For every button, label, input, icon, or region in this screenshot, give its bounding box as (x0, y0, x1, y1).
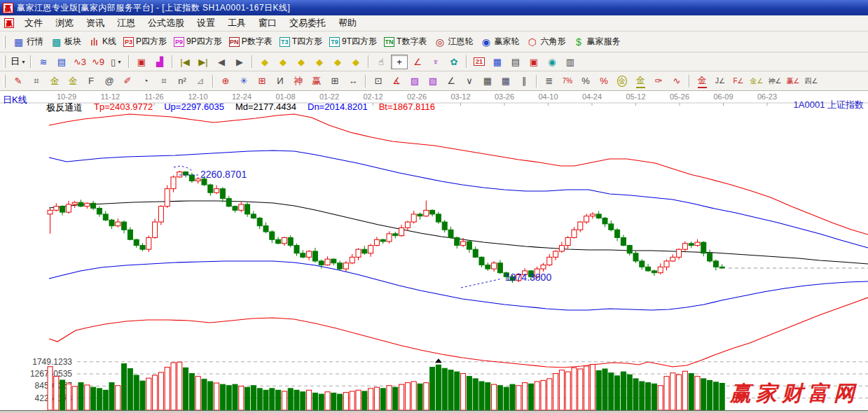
tool-next-bar[interactable]: ▶ (231, 55, 248, 69)
tool-angle-measure[interactable]: ∠ (409, 55, 426, 69)
tool-period-day[interactable]: 日▼ (10, 55, 27, 69)
menu-交易委托[interactable]: 交易委托 (283, 15, 332, 31)
tool-gann-tool-purple[interactable]: ♆ (427, 55, 444, 69)
tool-gold-line[interactable]: 金 (632, 74, 649, 88)
tool-info-card[interactable]: ▤ (53, 55, 70, 69)
tool-box-measure[interactable]: ⊡ (370, 74, 387, 88)
tool-calendar-21[interactable]: 21 (471, 55, 488, 69)
tool-j-angle[interactable]: J∠ (712, 74, 729, 88)
toolbar-grip[interactable] (4, 36, 6, 48)
toolbar-grip[interactable] (4, 75, 6, 88)
tool-diamond-arrow-plus[interactable]: ◆ (347, 55, 364, 69)
menu-公式选股[interactable]: 公式选股 (142, 15, 191, 31)
tool-k-mark[interactable]: И (272, 74, 289, 88)
tool-p-square[interactable]: P3P四方形 (120, 34, 170, 49)
tool-pan-hand[interactable]: ☝ (373, 55, 390, 69)
tool-save-disk[interactable]: ▣ (525, 55, 542, 69)
tool-gold-angle[interactable]: 金∠ (748, 74, 765, 88)
tool-last-bar[interactable]: ▶| (195, 55, 212, 69)
tool-fan-box-2[interactable]: ▧ (425, 74, 441, 88)
tool-candle-style[interactable]: ▯▼ (108, 55, 125, 69)
tool-time-cycle[interactable]: ◔ (137, 74, 154, 88)
toolbar-grip[interactable] (4, 55, 6, 68)
toolbar-separator (30, 55, 32, 68)
tool-sectors[interactable]: ▩板块 (47, 34, 85, 49)
menu-文件[interactable]: 文件 (18, 15, 49, 31)
tool-draw-knife[interactable]: ✐ (119, 74, 136, 88)
tool-web-data[interactable]: ◉ (544, 55, 560, 69)
menu-资讯[interactable]: 资讯 (80, 15, 111, 31)
tool-f-grid[interactable]: F (83, 74, 99, 88)
tool-gold-grid[interactable]: 金 (46, 74, 63, 88)
tool-grid-arrow[interactable]: ▦ (497, 74, 514, 88)
tool-zoom-chart[interactable]: ≋ (35, 55, 52, 69)
tool-dot-grid[interactable]: ⊞ (254, 74, 270, 88)
tool-quotes[interactable]: ▦行情 (9, 34, 47, 49)
tool-crosshair[interactable]: + (391, 55, 408, 69)
tool-v-wave[interactable]: ∨ (461, 74, 478, 88)
main-chart[interactable]: 10-2911-1211-2612-1012-2401-0801-2202-12… (0, 91, 868, 413)
tool-f-angle[interactable]: F∠ (730, 74, 747, 88)
tool-pattern-map[interactable]: ▣ (133, 55, 150, 69)
tool-protractor[interactable]: ⊿ (192, 74, 209, 88)
tool-win-angle[interactable]: 赢∠ (785, 74, 801, 88)
tool-notes[interactable]: ▤ (507, 55, 524, 69)
tool-target-crosshair[interactable]: ⊕ (217, 74, 234, 88)
tool-shen-angle[interactable]: 神∠ (766, 74, 783, 88)
tool-si-angle[interactable]: 四∠ (803, 74, 820, 88)
tool-percent-line[interactable]: 7% (559, 74, 576, 88)
tool-fan-lines-red[interactable]: ∡ (388, 74, 405, 88)
tool-star-burst[interactable]: ✳ (235, 74, 252, 88)
menu-窗口[interactable]: 窗口 (252, 15, 283, 31)
tool-winner-wheel[interactable]: ◉赢家轮 (476, 34, 523, 49)
tool-print[interactable]: ▥ (562, 55, 579, 69)
tool-p-number-table[interactable]: PNP数字表 (226, 34, 276, 49)
tool-first-bar[interactable]: |◀ (177, 55, 193, 69)
tool-percent-red[interactable]: % (595, 74, 612, 88)
tool-9t-square[interactable]: T99T四方形 (326, 34, 380, 49)
tool-prev-bar[interactable]: ◀ (213, 55, 230, 69)
tool-n-square[interactable]: n² (174, 74, 191, 88)
menu-江恩[interactable]: 江恩 (111, 15, 142, 31)
tool-gold-circle[interactable]: 金 (614, 74, 631, 88)
tool-t-square[interactable]: T3T四方形 (276, 34, 326, 49)
tool-9p-square[interactable]: P99P四方形 (170, 34, 226, 49)
tool-grid-ruler[interactable]: ⌗ (28, 74, 45, 88)
tool-t-number-table[interactable]: TNT数字表 (380, 34, 430, 49)
tool-fan-box-purple[interactable]: ▨ (406, 74, 423, 88)
tool-hexagon[interactable]: ⬡六角形 (523, 34, 569, 49)
tool-volume-histogram[interactable]: ▟ (151, 55, 168, 69)
tool-diamond-arrow-right[interactable]: ◆ (275, 55, 291, 69)
tool-span-arrows[interactable]: ↔ (345, 74, 361, 88)
tool-pen-candle[interactable]: ✑ (650, 74, 667, 88)
tool-winner-service[interactable]: $赢家服务 (569, 34, 624, 49)
tool-calculator[interactable]: ▦ (489, 55, 506, 69)
tool-spiral[interactable]: @ (101, 74, 118, 88)
tool-grid-dense[interactable]: ▦ (479, 74, 496, 88)
tool-win-grid[interactable]: 赢 (308, 74, 325, 88)
tool-percent[interactable]: % (577, 74, 594, 88)
tool-gann-wheel[interactable]: ◎江恩轮 (430, 34, 476, 49)
tool-kline[interactable]: ılıK线 (85, 34, 120, 49)
tool-wave-3[interactable]: ∿3 (71, 55, 88, 69)
tool-diamond-arrow-cross[interactable]: ◆ (311, 55, 328, 69)
tool-price-ruler[interactable]: ≣ (541, 74, 558, 88)
tool-parallel-lines[interactable]: ∥ (516, 74, 532, 88)
tool-diamond-arrow-h[interactable]: ◆ (293, 55, 310, 69)
tool-wave-9[interactable]: ∿9 (90, 55, 106, 69)
menu-帮助[interactable]: 帮助 (332, 15, 363, 31)
tool-gann-tool-teal[interactable]: ✿ (446, 55, 462, 69)
tool-bar-ruler[interactable]: ⌗ (156, 74, 172, 88)
tool-angle-lines[interactable]: ∠ (443, 74, 460, 88)
tool-gold-grid-2[interactable]: 金 (64, 74, 81, 88)
menu-浏览[interactable]: 浏览 (49, 15, 80, 31)
tool-diamond-arrow-left[interactable]: ◆ (256, 55, 273, 69)
tool-gold-underline[interactable]: 金 (694, 74, 710, 88)
tool-shen-grid[interactable]: 神 (290, 74, 307, 88)
menu-设置[interactable]: 设置 (191, 15, 221, 31)
tool-draw-pencil[interactable]: ✎ (10, 74, 27, 88)
tool-wave-tool[interactable]: ∿ (668, 74, 685, 88)
tool-num-grid[interactable]: ⊞ (326, 74, 343, 88)
tool-diamond-arrow-star[interactable]: ◆ (329, 55, 346, 69)
menu-工具[interactable]: 工具 (221, 15, 252, 31)
